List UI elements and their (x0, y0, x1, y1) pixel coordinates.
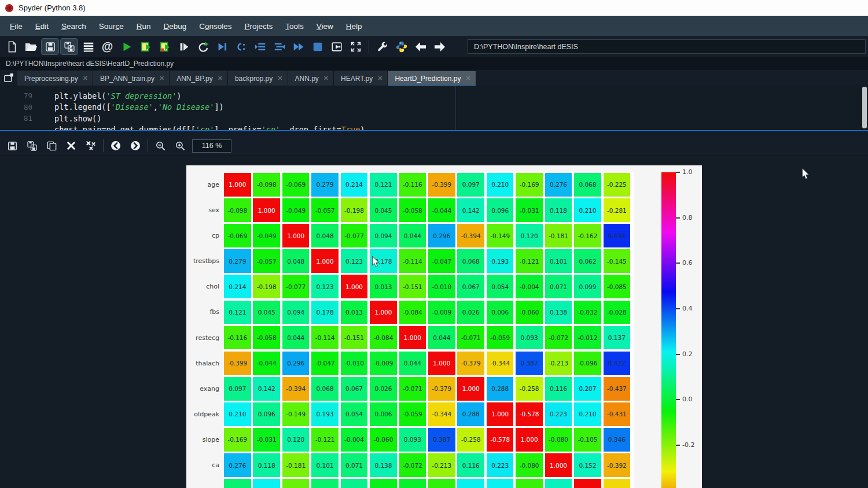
fullscreen-button[interactable] (346, 38, 365, 56)
step-over-button[interactable] (251, 38, 270, 56)
continue-button[interactable] (289, 38, 308, 56)
open-file-button[interactable] (21, 38, 41, 56)
plot-save-all-button[interactable] (22, 137, 42, 154)
plot-copy-button[interactable] (42, 137, 61, 154)
plot-close-all-button[interactable] (81, 137, 101, 154)
heatmap-row-label-sex: sex (186, 198, 219, 222)
tab-ann-py[interactable]: ANN.py✕ (288, 71, 334, 86)
heatmap-cell: -0.004 (341, 428, 368, 452)
heatmap-cell: 0.026 (457, 301, 484, 324)
maximize-pane-button[interactable] (327, 38, 346, 56)
save-all-button[interactable] (60, 38, 78, 55)
debug-cell-button[interactable] (231, 38, 251, 56)
heatmap-cell: 0.071 (545, 275, 572, 298)
menu-search[interactable]: Search (55, 19, 93, 34)
heatmap-cell: 0.138 (545, 301, 572, 324)
tab-preprocessing-py[interactable]: Preprocessing.py✕ (17, 71, 93, 86)
tab-heart-py[interactable]: HEART.py✕ (334, 71, 388, 86)
heatmap-row-label-age: age (186, 173, 219, 197)
tab-label: BP_ANN_train.py (100, 75, 155, 83)
plot-save-button[interactable] (2, 137, 22, 154)
python-env-button[interactable] (392, 38, 411, 56)
tab-backprop-py[interactable]: backprop.py✕ (228, 71, 288, 86)
tab-close-icon[interactable]: ✕ (83, 75, 88, 82)
menu-view[interactable]: View (310, 19, 340, 34)
previous-plot-button[interactable] (106, 137, 126, 154)
copy-icon (46, 141, 57, 151)
preferences-button[interactable] (373, 38, 392, 56)
file-switcher-button[interactable] (79, 38, 98, 56)
step-into-button[interactable] (270, 38, 289, 56)
navigate-forward-button[interactable] (430, 38, 449, 56)
colorbar-tick (676, 172, 680, 173)
menu-tools[interactable]: Tools (279, 19, 310, 34)
tab-close-icon[interactable]: ✕ (218, 75, 223, 82)
rerun-cell-button[interactable] (193, 38, 212, 56)
tab-label: ANN_BP.py (176, 75, 212, 83)
menu-edit[interactable]: Edit (29, 19, 55, 34)
code-line[interactable]: chest_pain=pd.get_dummies(df[['cp'], pre… (0, 124, 868, 131)
heatmap-cell: -0.080 (545, 428, 572, 452)
heatmap-cell: 0.006 (370, 402, 397, 426)
run-cell-advance-button[interactable] (155, 38, 174, 56)
toolbar-separator (369, 40, 369, 53)
code-line[interactable]: 81plt.show() (0, 113, 868, 124)
code-line[interactable]: 80plt.legend(['Disease','No Disease']) (0, 102, 868, 113)
code-editor[interactable]: 79plt.ylabel('ST depression')80plt.legen… (0, 86, 868, 130)
heatmap-row-label-fbs: fbs (186, 301, 219, 324)
new-file-icon (6, 40, 19, 53)
plot-close-button[interactable] (61, 137, 81, 154)
run-selection-button[interactable] (174, 38, 193, 56)
tab-heartd_prediction-py[interactable]: HeartD_Prediction.py✕ (388, 71, 476, 86)
heatmap-row-label-restecg: restecg (186, 326, 219, 350)
next-plot-button[interactable] (126, 137, 145, 154)
heatmap-cell: -0.084 (370, 326, 397, 350)
stop-button[interactable] (308, 38, 327, 56)
code-line[interactable]: 79plt.ylabel('ST depression') (0, 90, 868, 101)
menu-debug[interactable]: Debug (157, 19, 193, 34)
heatmap-cell: -0.437 (604, 377, 631, 401)
run-file-button[interactable] (117, 38, 136, 56)
heatmap-cell: -0.169 (224, 428, 251, 452)
menu-file[interactable]: File (3, 19, 29, 34)
tab-close-icon[interactable]: ✕ (277, 75, 282, 82)
zoom-in-button[interactable] (170, 137, 190, 154)
heatmap-cell: -0.044 (253, 352, 280, 375)
heatmap-cell: 0.116 (545, 377, 572, 401)
zoom-out-button[interactable] (150, 137, 170, 154)
save-button[interactable] (41, 38, 59, 55)
tab-bp_ann_train-py[interactable]: BP_ANN_train.py✕ (93, 71, 170, 86)
heatmap-cell: 0.067 (457, 275, 484, 298)
tab-close-icon[interactable]: ✕ (159, 75, 164, 82)
heatmap-cell: 0.067 (341, 377, 368, 401)
heatmap-cell: -0.058 (399, 198, 426, 222)
step-over-icon (254, 40, 267, 53)
tab-close-icon[interactable]: ✕ (323, 75, 329, 82)
debug-file-button[interactable] (212, 38, 231, 56)
run-icon (120, 40, 133, 53)
tab-label: HeartD_Prediction.py (395, 75, 461, 83)
working-directory-input[interactable] (468, 39, 866, 54)
menu-consoles[interactable]: Consoles (193, 19, 238, 34)
heatmap-cell (224, 479, 251, 488)
symbol-finder-button[interactable]: @ (98, 38, 117, 56)
zoom-level-input[interactable] (192, 139, 231, 153)
colorbar-tick (676, 445, 680, 446)
menu-source[interactable]: Source (93, 19, 130, 34)
heatmap-cell: 0.142 (457, 198, 484, 222)
menu-projects[interactable]: Projects (238, 19, 279, 34)
heatmap-cell: -0.213 (428, 453, 455, 477)
menu-run[interactable]: Run (130, 19, 157, 34)
new-file-button[interactable] (2, 38, 21, 56)
run-cell-button[interactable] (136, 38, 155, 56)
navigate-back-button[interactable] (411, 38, 430, 56)
browse-tabs-button[interactable] (0, 70, 17, 86)
heatmap-cell: -0.044 (428, 198, 455, 222)
code-text: plt.ylabel('ST depression') (54, 91, 181, 101)
colorbar-tick-label: 0.6 (682, 259, 693, 267)
tab-ann_bp-py[interactable]: ANN_BP.py✕ (170, 71, 228, 86)
tab-close-icon[interactable]: ✕ (465, 75, 470, 82)
menu-help[interactable]: Help (340, 19, 369, 34)
heatmap-cell: 0.193 (487, 249, 514, 273)
tab-close-icon[interactable]: ✕ (377, 75, 382, 82)
